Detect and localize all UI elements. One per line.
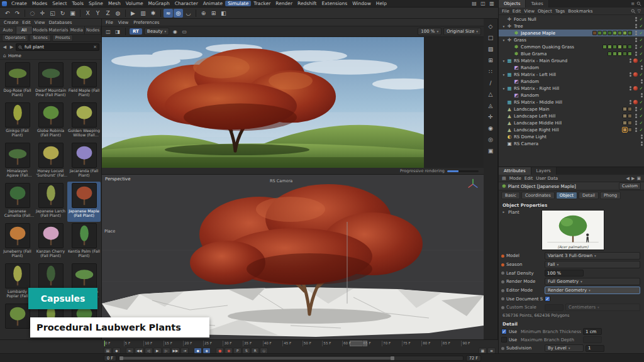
region-render-icon[interactable]: ▭ (180, 28, 188, 35)
texture-mode-icon[interactable]: ▨ (486, 44, 496, 53)
enabled-check-icon[interactable]: ✓ (638, 31, 644, 36)
enabled-check-icon[interactable]: ✓ (638, 58, 644, 63)
keyframe-dot[interactable] (501, 280, 504, 283)
marker-icon[interactable]: ◆ (113, 348, 121, 354)
camera-lock-icon[interactable]: ◉ (171, 28, 179, 35)
asset-tab[interactable]: Media (69, 26, 85, 34)
keyframe-dot[interactable] (501, 347, 504, 350)
visibility-dots[interactable] (633, 128, 638, 132)
manager-tab[interactable]: Objects (499, 0, 526, 8)
layout-split-icon[interactable]: ◫ (479, 0, 487, 7)
zoom-dropdown[interactable]: 100 %▾ (418, 28, 441, 35)
texture-tag-chip[interactable] (613, 52, 617, 56)
axis-y-lock-icon[interactable]: Y (93, 9, 103, 18)
plant-asset[interactable]: Dwarf Mountain Pine (Fall Plant) (34, 61, 67, 101)
record-rotation-button[interactable]: R (251, 348, 259, 354)
object-row[interactable]: ▲ Landscape Middle Hill ✓ (499, 119, 644, 126)
keyframe-dot[interactable] (501, 272, 504, 275)
om-menu-item[interactable]: Object (538, 9, 552, 14)
render-settings-icon[interactable]: ✱ (148, 9, 158, 18)
breadcrumb-location[interactable]: Home (8, 53, 21, 58)
texture-tag-chip[interactable] (623, 31, 627, 35)
search-icon[interactable] (631, 9, 636, 14)
redshift-material-icon[interactable] (633, 86, 638, 90)
render-view-menu-item[interactable]: File (106, 20, 113, 25)
history-back-icon[interactable]: ◀ (626, 176, 630, 181)
model-dropdown[interactable]: Variant 3 Full-Grown▾ (545, 252, 640, 260)
texture-tag-chip[interactable] (628, 45, 632, 49)
keyframe-dot[interactable] (501, 289, 504, 292)
section-tab[interactable]: Coordinates (521, 192, 555, 199)
enabled-check-icon[interactable]: ✓ (638, 114, 644, 119)
edges-mode-icon[interactable]: ∕ (486, 78, 496, 87)
visibility-dots[interactable] (633, 107, 638, 111)
object-row[interactable]: ▲ Landscape Right Hill ✓ (499, 126, 644, 133)
record-parameter-button[interactable]: ◇ (260, 348, 268, 354)
menu-item[interactable]: Modes (30, 1, 50, 6)
home-icon[interactable]: ⌂ (3, 53, 6, 58)
manager-tab[interactable]: Layers (531, 167, 557, 175)
axis-z-lock-icon[interactable]: Z (103, 9, 113, 18)
use-max-branch-checkbox[interactable]: ✓ (501, 337, 507, 343)
section-tab[interactable]: Phong (600, 192, 621, 199)
axis-gizmo[interactable] (466, 177, 480, 191)
texture-tag-chip[interactable] (628, 107, 632, 111)
hud-toggle-icon[interactable]: ▦ (479, 348, 487, 354)
menu-item[interactable]: Animate (201, 1, 225, 6)
am-menu-item[interactable]: Edit (525, 176, 533, 181)
enabled-check-icon[interactable]: ✓ (638, 121, 644, 126)
custom-button[interactable]: Custom (619, 182, 641, 190)
visibility-dots[interactable] (639, 65, 644, 70)
asset-menu-item[interactable]: View (33, 20, 47, 25)
texture-tag-chip[interactable] (608, 52, 612, 56)
texture-tag-chip[interactable] (592, 31, 597, 35)
visibility-dots[interactable] (633, 114, 638, 118)
next-key-button[interactable]: ▶▶ (171, 348, 180, 354)
simulation-scene-icon[interactable]: ≈ (164, 9, 173, 18)
plant-asset[interactable]: Honey Locust 'Sunburst' (Fall Plant) (34, 141, 67, 182)
min-branch-thickness-field[interactable]: 1 cm (583, 328, 602, 335)
keyframe-dot[interactable] (501, 306, 504, 309)
use-min-branch-checkbox[interactable]: ✓ (501, 329, 507, 334)
texture-tag-chip[interactable] (623, 114, 627, 118)
redo-icon[interactable]: ↷ (13, 9, 22, 18)
locked-workplane-icon[interactable]: ▣ (486, 146, 496, 155)
search-input[interactable] (25, 45, 91, 50)
object-row[interactable]: ✛ Focus Null ✓ (499, 16, 644, 23)
texture-tag-chip[interactable] (597, 31, 602, 35)
snapshot-icon[interactable]: ◫ (104, 28, 112, 35)
last-tool-icon[interactable]: ▣ (68, 9, 77, 18)
plant-asset[interactable]: Juneberry (Fall Plant) (1, 222, 34, 262)
render-mode-dropdown[interactable]: Full Geometry▾ (545, 278, 640, 285)
object-row[interactable]: ◩ Random ✓ (499, 64, 644, 71)
render-view-menu-item[interactable]: Preferences (133, 20, 159, 25)
mode-icon[interactable]: ▤ (502, 176, 506, 181)
object-row[interactable]: ▲ Landscape Left Hill ✓ (499, 112, 644, 119)
asset-tab[interactable]: All (16, 26, 33, 34)
plant-asset[interactable]: Himalayan Agave (Fall Plant) (1, 141, 34, 182)
history-forward-icon[interactable]: ▶ (631, 176, 635, 181)
visibility-dots[interactable] (633, 45, 638, 49)
magnet-icon[interactable]: ◡ (184, 9, 193, 18)
enabled-check-icon[interactable]: ✓ (638, 17, 644, 22)
menu-item[interactable]: Redshift (295, 1, 319, 6)
isolate-view-icon[interactable]: ◧ (219, 9, 228, 18)
texture-tag-chip[interactable] (608, 45, 612, 49)
texture-tag-chip[interactable] (602, 31, 607, 35)
back-icon[interactable]: ◀ (2, 45, 8, 50)
object-row[interactable]: ◩ Random ✓ (499, 92, 644, 99)
om-menu-item[interactable]: View (524, 9, 535, 14)
timeline-preferences-icon[interactable]: ≡ (487, 348, 496, 354)
object-row[interactable]: ▾ ✛ Grass ✓ (499, 36, 644, 43)
object-row[interactable]: ✽ Common Quaking Grass ✓ (499, 43, 644, 50)
snapping-icon[interactable]: ◎ (486, 134, 496, 144)
texture-tag-chip[interactable] (628, 128, 632, 132)
texture-tag-chip[interactable] (628, 121, 632, 125)
texture-tag-chip[interactable] (623, 52, 627, 56)
visibility-dots[interactable] (628, 100, 633, 104)
timeline-ruler[interactable]: 0 F5 F10 F15 F20 F25 F30 F35 F40 F45 F50… (104, 341, 481, 346)
keyframe-selection-button[interactable]: ◆ (194, 348, 202, 354)
use-document-scale-checkbox[interactable]: ✓ (545, 296, 550, 302)
asset-menu-item[interactable]: Databases (47, 20, 73, 25)
range-start-field[interactable]: 0 F (104, 355, 116, 361)
